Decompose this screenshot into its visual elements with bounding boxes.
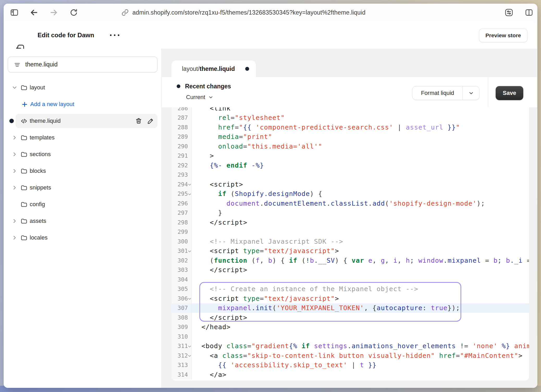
code-content[interactable]: <body class="gradient{% if settings.anim… (192, 342, 529, 350)
sidebar-add-layout[interactable]: Add a new layout (8, 97, 157, 111)
code-line-313[interactable]: 313 {{ 'accessibility.skip_to_text' | t … (171, 360, 529, 370)
code-content[interactable]: </script> (192, 219, 247, 226)
code-content[interactable]: media="print" (192, 133, 272, 140)
sidebar-item-snippets[interactable]: snippets (8, 181, 157, 195)
code-line-293[interactable]: 293 (171, 170, 529, 180)
code-line-296[interactable]: 296 document.documentElement.classList.a… (171, 199, 529, 208)
line-number: 304 (171, 275, 192, 284)
code-line-299[interactable]: 299 (171, 227, 529, 237)
code-content[interactable]: <!-- Create an instance of the Mixpanel … (192, 285, 418, 293)
code-line-288[interactable]: 288 href="{{ 'component-predictive-searc… (171, 123, 529, 132)
code-content[interactable]: <link (192, 107, 231, 112)
sidebar-toggle-icon[interactable] (10, 8, 19, 17)
code-line-310[interactable]: 310 (171, 332, 529, 341)
code-line-290[interactable]: 290 onload="this.media='all'" (171, 142, 529, 151)
chevron-right-icon[interactable] (11, 134, 18, 141)
fold-chevron-icon[interactable] (188, 183, 192, 187)
code-line-302[interactable]: 302 (function (f, b) { if (!b.__SV) { va… (171, 256, 529, 265)
chevron-down-icon[interactable] (11, 84, 18, 91)
code-content[interactable]: rel="stylesheet" (192, 114, 285, 121)
code-line-307[interactable]: 307 mixpanel.init('YOUR_MIXPANEL_TOKEN',… (171, 303, 529, 313)
code-line-303[interactable]: 303 </script> (171, 265, 529, 275)
code-line-297[interactable]: 297 } (171, 208, 529, 218)
code-line-300[interactable]: 300 <!-- Mixpanel Javascript SDK --> (171, 237, 529, 246)
sidebar-item-blocks[interactable]: blocks (8, 164, 157, 178)
code-line-312[interactable]: 312 <a class="skip-to-content-link butto… (171, 351, 529, 360)
code-content[interactable]: {%- endif -%} (192, 162, 264, 169)
forward-icon[interactable] (49, 8, 59, 17)
fold-chevron-icon[interactable] (188, 354, 192, 358)
code-content[interactable]: <script> (192, 181, 243, 188)
code-content[interactable]: > (192, 152, 214, 160)
chevron-right-icon[interactable] (11, 151, 18, 157)
chevron-right-icon[interactable] (11, 168, 18, 174)
line-number: 294 (171, 180, 192, 189)
delete-icon[interactable] (135, 117, 142, 125)
sidebar-item-locales[interactable]: locales (8, 231, 157, 245)
code-editor[interactable]: 286 <link287 rel="stylesheet"288 href="{… (171, 107, 529, 381)
tab-theme-liquid[interactable]: layout/theme.liquid (171, 60, 256, 77)
code-content[interactable]: href="{{ 'component-predictive-search.cs… (192, 124, 460, 131)
code-line-314[interactable]: 314 </a> (171, 370, 529, 379)
sidebar-item-layout[interactable]: layout (8, 81, 157, 95)
code-line-295[interactable]: 295 if (Shopify.designMode) { (171, 189, 529, 199)
code-content[interactable]: <script type="text/javascript"> (192, 247, 339, 255)
chevron-right-icon[interactable] (11, 218, 18, 224)
address-bar[interactable]: admin.shopify.com/store/rzq1xu-f5/themes… (132, 4, 365, 21)
more-options-icon[interactable] (107, 32, 122, 39)
recent-changes-label: Recent changes (185, 83, 231, 90)
code-content[interactable]: </a> (192, 371, 226, 378)
line-number: 292 (171, 161, 192, 170)
preview-store-button[interactable]: Preview store (479, 29, 527, 42)
sidebar-item-assets[interactable]: assets (8, 214, 157, 228)
fold-chevron-icon[interactable] (188, 192, 192, 196)
code-content[interactable]: {{ 'accessibility.skip_to_text' | t }} (192, 361, 377, 369)
version-selector[interactable]: Current (186, 93, 231, 101)
fold-chevron-icon[interactable] (188, 297, 192, 301)
code-line-287[interactable]: 287 rel="stylesheet" (171, 113, 529, 123)
code-line-289[interactable]: 289 media="print" (171, 132, 529, 142)
chevron-right-icon[interactable] (11, 235, 18, 241)
sidebar-item-templates[interactable]: templates (8, 131, 157, 145)
code-content[interactable]: </head> (192, 323, 231, 331)
file-search-input[interactable]: theme.liquid (8, 57, 157, 72)
code-line-298[interactable]: 298 </script> (171, 218, 529, 227)
code-line-286[interactable]: 286 <link (171, 107, 529, 113)
chevron-right-icon[interactable] (11, 185, 18, 191)
edit-icon[interactable] (147, 117, 154, 125)
format-options-caret[interactable] (463, 86, 479, 100)
code-content[interactable]: } (192, 209, 222, 217)
code-content[interactable]: document.documentElement.classList.add('… (192, 200, 485, 207)
page-settings-icon[interactable] (505, 8, 514, 17)
fold-chevron-icon[interactable] (188, 249, 192, 253)
code-line-294[interactable]: 294 <script> (171, 180, 529, 189)
code-content[interactable]: onload="this.media='all'" (192, 143, 322, 150)
code-line-304[interactable]: 304 (171, 275, 529, 284)
code-content[interactable]: if (Shopify.designMode) { (192, 190, 322, 198)
code-content[interactable]: </script> (192, 314, 247, 321)
code-line-292[interactable]: 292 {%- endif -%} (171, 161, 529, 170)
code-line-291[interactable]: 291 > (171, 151, 529, 161)
code-line-311[interactable]: 311 <body class="gradient{% if settings.… (171, 341, 529, 351)
save-button[interactable]: Save (496, 86, 523, 100)
code-line-309[interactable]: 309 </head> (171, 322, 529, 332)
code-content[interactable]: mixpanel.init('YOUR_MIXPANEL_TOKEN', {au… (192, 304, 460, 312)
code-content[interactable]: <script type="text/javascript"> (192, 295, 339, 302)
code-content[interactable]: <!-- Mixpanel Javascript SDK --> (192, 238, 343, 245)
reload-icon[interactable] (70, 8, 78, 17)
split-view-icon[interactable] (525, 8, 533, 17)
sidebar-item-theme-liquid[interactable]: theme.liquid (16, 114, 157, 128)
code-line-308[interactable]: 308 </script> (171, 313, 529, 322)
line-number: 307 (171, 303, 192, 313)
fold-chevron-icon[interactable] (188, 344, 192, 348)
code-content[interactable]: </script> (192, 266, 247, 274)
back-icon[interactable] (29, 8, 39, 17)
format-liquid-button[interactable]: Format liquid (412, 86, 479, 100)
code-line-305[interactable]: 305 <!-- Create an instance of the Mixpa… (171, 284, 529, 294)
sidebar-item-sections[interactable]: sections (8, 147, 157, 161)
code-content[interactable]: <a class="skip-to-content-link button vi… (192, 352, 522, 359)
code-content[interactable]: (function (f, b) { if (!b.__SV) { var e,… (192, 257, 529, 264)
sidebar-item-config[interactable]: config (8, 197, 157, 211)
code-line-301[interactable]: 301 <script type="text/javascript"> (171, 246, 529, 256)
code-line-306[interactable]: 306 <script type="text/javascript"> (171, 294, 529, 303)
